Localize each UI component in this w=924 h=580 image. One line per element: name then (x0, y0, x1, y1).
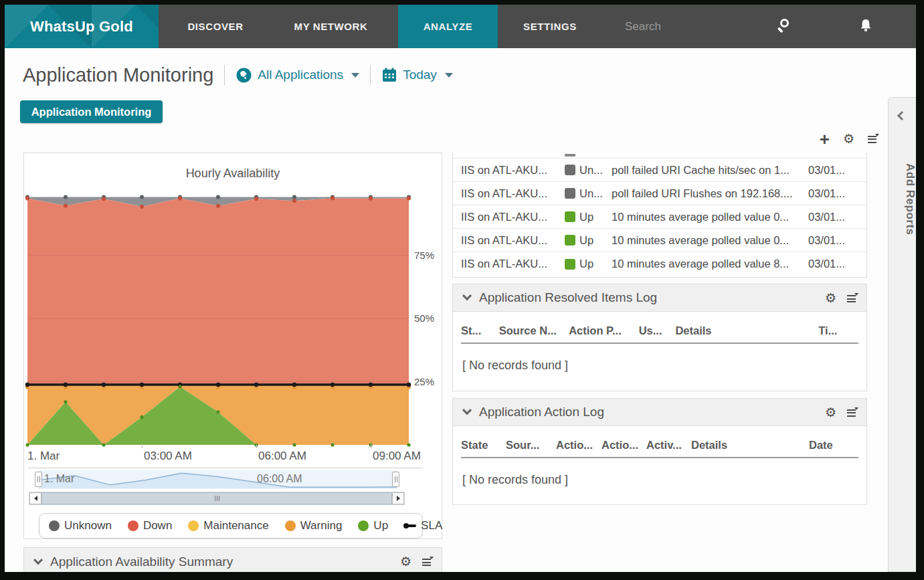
section-settings-gear-icon[interactable]: ⚙ (400, 555, 411, 569)
hourly-availability-chart[interactable]: 75%50%25% (24, 185, 443, 448)
column-header[interactable]: Details (675, 324, 818, 337)
date-cell: 03/01... (808, 187, 845, 200)
nav-item-settings[interactable]: SETTINGS (513, 5, 587, 48)
legend-item-warning[interactable]: Warning (285, 519, 343, 533)
navigator-left-handle[interactable] (35, 472, 42, 487)
state-swatch (565, 188, 575, 199)
section-menu-icon[interactable] (847, 294, 857, 302)
empty-state-text: [ No records found ] (453, 458, 866, 487)
column-header-row: StateSour...Actio...Actio...Activ...Deta… (453, 426, 866, 457)
add-report-plus-icon[interactable]: + (820, 132, 830, 146)
section-menu-icon[interactable] (422, 558, 432, 566)
table-row[interactable]: IIS on ATL-AKU...Un...poll failed URI Ca… (453, 159, 866, 182)
date-cell: 03/01... (808, 234, 845, 247)
legend-swatch (188, 520, 199, 531)
notifications-bell-icon[interactable] (859, 18, 872, 33)
column-header[interactable]: Actio... (556, 439, 602, 452)
dashboard-menu-icon[interactable] (868, 135, 878, 143)
date-filter-dropdown[interactable]: Today (381, 67, 453, 83)
collapse-chevron-icon[interactable] (462, 405, 472, 415)
scroll-left-button[interactable] (29, 492, 41, 504)
navigator-start-label: 1. Mar (44, 473, 74, 485)
source-cell: IIS on ATL-AKU... (461, 164, 561, 177)
divider (224, 65, 225, 85)
x-tick (142, 444, 143, 448)
chart-legend: UnknownDownMaintenanceWarningUpSLA (39, 513, 423, 539)
details-cell: 10 minutes average polled value 8... (612, 258, 807, 270)
application-filter-dropdown[interactable]: All Applications (236, 67, 359, 84)
state-swatch (565, 235, 575, 246)
chevron-left-icon (897, 111, 907, 120)
state-swatch (565, 154, 575, 157)
column-header[interactable]: Sour... (506, 439, 556, 452)
chart-scrollbar[interactable] (29, 492, 405, 505)
table-row[interactable]: IIS on ATL-AKU...Up10 minutes average po… (453, 229, 866, 252)
column-header[interactable]: Details (691, 439, 809, 452)
column-header[interactable]: Source N... (499, 324, 569, 337)
app-window: WhatsUp Gold DISCOVERMY NETWORKANALYZESE… (5, 5, 916, 572)
column-header[interactable]: Date (809, 439, 849, 452)
column-header[interactable]: State (461, 439, 506, 452)
section-settings-gear-icon[interactable]: ⚙ (825, 292, 836, 305)
details-cell: poll failed URI Cache hits/sec on 1... (612, 164, 807, 177)
brand-text: WhatsUp Gold (30, 18, 133, 35)
chevron-down-icon (351, 73, 359, 78)
state-cell: Up (579, 211, 610, 223)
legend-swatch (128, 520, 138, 531)
column-header[interactable]: Ti... (818, 324, 858, 337)
add-reports-drawer-tab[interactable]: Add Reports (888, 97, 916, 572)
svg-text:75%: 75% (414, 250, 434, 261)
scroll-right-button[interactable] (392, 492, 404, 504)
section-settings-gear-icon[interactable]: ⚙ (825, 406, 836, 419)
chart-range-navigator[interactable]: 1. Mar 06:00 AM (39, 470, 397, 489)
chart-x-axis: 1. Mar03:00 AM06:00 AM09:00 AM (24, 450, 443, 464)
legend-swatch (49, 520, 60, 531)
date-cell: 03/01... (808, 164, 845, 177)
navigator-mid-label: 06:00 AM (257, 473, 302, 485)
column-header[interactable]: Actio... (602, 439, 646, 452)
search-input[interactable] (624, 15, 731, 37)
legend-item-unknown[interactable]: Unknown (49, 519, 112, 533)
column-header[interactable]: St... (461, 324, 499, 337)
section-title: Application Resolved Items Log (479, 290, 657, 305)
x-tick (371, 444, 371, 448)
legend-label: Warning (300, 519, 343, 533)
legend-item-sla[interactable]: SLA (404, 519, 442, 533)
section-header[interactable]: Application Action Log ⚙ (453, 399, 866, 426)
column-header-row: St...Source N...Action P...Us...DetailsT… (453, 312, 866, 343)
application-resolved-items-log: Application Resolved Items Log ⚙ St...So… (452, 284, 867, 391)
navigator-right-handle[interactable] (392, 472, 399, 487)
whatsup-gold-logo[interactable]: WhatsUp Gold (5, 5, 159, 48)
collapse-chevron-icon[interactable] (462, 291, 472, 300)
legend-swatch (285, 520, 296, 531)
legend-label: Maintenance (203, 519, 268, 533)
column-header[interactable]: Action P... (569, 324, 638, 337)
section-menu-icon[interactable] (847, 409, 857, 417)
scrollbar-thumb[interactable] (41, 492, 392, 504)
search-icon[interactable] (775, 18, 793, 35)
state-cell: Up (579, 258, 610, 270)
nav-item-discover[interactable]: DISCOVER (175, 5, 256, 48)
table-row[interactable]: IIS on ATL-AKU...Un...poll failed URI Fl… (453, 182, 866, 205)
application-action-log: Application Action Log ⚙ StateSour...Act… (452, 398, 867, 505)
tab-label: Application Monitoring (31, 106, 152, 118)
empty-state-text: [ No records found ] (453, 344, 866, 373)
tab-application-monitoring[interactable]: Application Monitoring (20, 100, 163, 123)
column-header[interactable]: Activ... (646, 439, 691, 452)
section-header[interactable]: Application Resolved Items Log ⚙ (453, 284, 866, 312)
legend-label: Unknown (64, 519, 112, 533)
legend-item-down[interactable]: Down (128, 519, 172, 533)
column-header[interactable]: Us... (639, 324, 676, 337)
nav-item-my-network[interactable]: MY NETWORK (269, 5, 393, 48)
application-availability-summary-header[interactable]: Application Availability Summary ⚙ (23, 547, 442, 572)
details-cell: poll failed URI Flushes on 192.168.... (612, 187, 807, 200)
dashboard-toolbar: + ⚙ (798, 130, 878, 148)
table-row[interactable]: IIS on ATL-AKU...Up10 minutes average po… (453, 205, 866, 229)
legend-item-maintenance[interactable]: Maintenance (188, 519, 268, 533)
collapse-chevron-icon[interactable] (33, 555, 43, 565)
nav-item-analyze[interactable]: ANALYZE (398, 5, 498, 48)
dashboard-settings-gear-icon[interactable]: ⚙ (843, 132, 854, 146)
state-cell: Un... (579, 164, 610, 177)
table-row[interactable]: IIS on ATL-AKU...Up10 minutes average po… (453, 252, 866, 276)
legend-item-up[interactable]: Up (358, 519, 388, 533)
